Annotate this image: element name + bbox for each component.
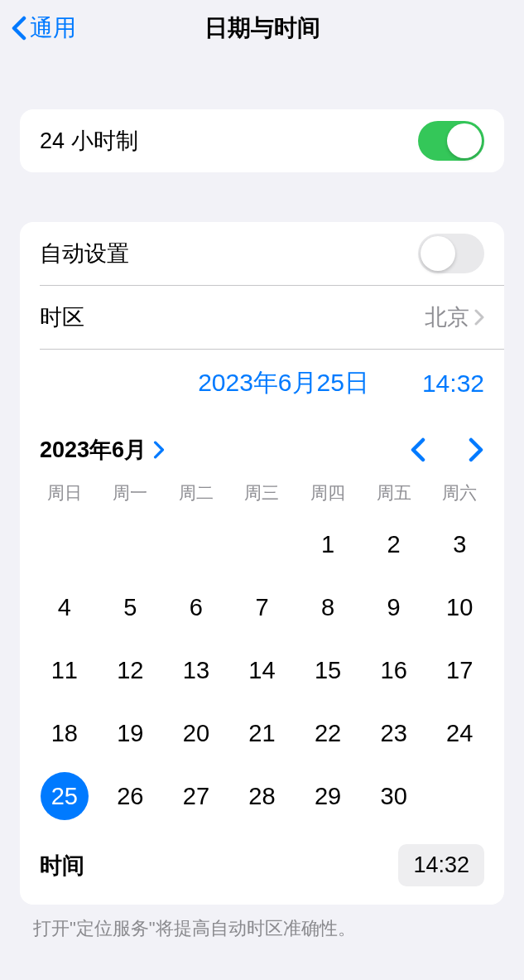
day-cell[interactable]: 3 <box>426 513 493 576</box>
day-cell[interactable]: 17 <box>426 639 493 702</box>
page-title: 日期与时间 <box>204 12 320 44</box>
autoset-toggle[interactable] <box>418 234 484 273</box>
day-cell[interactable]: 10 <box>426 576 493 639</box>
day-number: 13 <box>183 657 209 684</box>
day-cell[interactable]: 26 <box>98 765 164 828</box>
day-number: 27 <box>183 783 209 810</box>
day-number: 12 <box>117 657 143 684</box>
day-cell[interactable]: 22 <box>295 702 361 765</box>
day-cell[interactable]: 15 <box>295 639 361 702</box>
prev-month-button[interactable] <box>410 437 426 462</box>
day-cell[interactable]: 18 <box>31 702 98 765</box>
next-month-button[interactable] <box>468 437 484 462</box>
day-number: 1 <box>321 531 334 558</box>
back-button[interactable]: 通用 <box>0 12 76 44</box>
clock24-toggle[interactable] <box>418 121 484 161</box>
day-number: 25 <box>41 772 89 820</box>
day-cell[interactable]: 14 <box>229 639 296 702</box>
day-cell[interactable]: 4 <box>31 576 98 639</box>
day-number: 3 <box>453 531 466 558</box>
day-cell[interactable]: 24 <box>426 702 493 765</box>
day-number: 7 <box>255 594 268 621</box>
weekday-label: 周三 <box>229 481 296 504</box>
weekday-label: 周六 <box>426 481 493 504</box>
day-cell[interactable]: 12 <box>98 639 164 702</box>
day-cell[interactable]: 1 <box>295 513 361 576</box>
day-number: 6 <box>190 594 203 621</box>
chevron-right-icon <box>474 309 484 326</box>
day-cell[interactable]: 13 <box>163 639 229 702</box>
day-cell[interactable]: 5 <box>98 576 164 639</box>
day-cell[interactable]: 6 <box>163 576 229 639</box>
day-number: 30 <box>381 783 407 810</box>
chevron-left-icon <box>12 16 26 41</box>
day-number: 8 <box>321 594 334 621</box>
date-button[interactable]: 2023年6月25日 <box>198 366 369 400</box>
day-number: 16 <box>381 657 407 684</box>
day-cell[interactable]: 16 <box>361 639 427 702</box>
time-button[interactable]: 14:32 <box>422 369 484 398</box>
day-number: 26 <box>117 783 143 810</box>
day-cell[interactable]: 7 <box>229 576 296 639</box>
day-empty <box>163 513 229 576</box>
day-number: 18 <box>51 720 78 747</box>
day-cell[interactable]: 21 <box>229 702 296 765</box>
selected-datetime-row: 2023年6月25日 14:32 <box>20 350 504 420</box>
day-number: 29 <box>315 783 341 810</box>
month-label: 2023年6月 <box>40 435 147 465</box>
day-empty <box>31 513 98 576</box>
time-label: 时间 <box>40 851 84 881</box>
weekday-label: 周四 <box>295 481 361 504</box>
day-number: 9 <box>387 594 401 621</box>
toggle-knob <box>421 236 455 271</box>
day-cell[interactable]: 23 <box>361 702 427 765</box>
day-cell[interactable]: 11 <box>31 639 98 702</box>
day-number: 14 <box>248 657 275 684</box>
toggle-knob <box>447 123 482 158</box>
day-cell[interactable]: 25 <box>31 765 98 828</box>
day-number: 11 <box>51 657 78 684</box>
timezone-value: 北京 <box>425 302 469 332</box>
day-cell[interactable]: 9 <box>361 576 427 639</box>
day-number: 24 <box>446 720 473 747</box>
timezone-label: 时区 <box>40 302 84 332</box>
clock24-row: 24 小时制 <box>20 109 504 172</box>
day-cell[interactable]: 8 <box>295 576 361 639</box>
time-value-button[interactable]: 14:32 <box>398 844 484 886</box>
day-number: 4 <box>58 594 71 621</box>
weekday-label: 周日 <box>31 481 98 504</box>
day-number: 21 <box>248 720 275 747</box>
day-number: 23 <box>381 720 407 747</box>
day-empty <box>229 513 296 576</box>
timezone-row[interactable]: 时区 北京 <box>20 286 504 349</box>
day-number: 22 <box>315 720 341 747</box>
day-number: 5 <box>123 594 137 621</box>
day-number: 19 <box>117 720 143 747</box>
day-number: 20 <box>183 720 209 747</box>
clock24-label: 24 小时制 <box>40 126 138 156</box>
day-number: 17 <box>446 657 473 684</box>
weekday-header: 周日周一周二周三周四周五周六 <box>20 475 504 509</box>
chevron-right-icon <box>153 441 165 459</box>
day-cell[interactable]: 2 <box>361 513 427 576</box>
day-cell[interactable]: 30 <box>361 765 427 828</box>
day-cell[interactable]: 19 <box>98 702 164 765</box>
day-number: 10 <box>446 594 473 621</box>
weekday-label: 周二 <box>163 481 229 504</box>
weekday-label: 周五 <box>361 481 427 504</box>
day-grid: 1234567891011121314151617181920212223242… <box>20 509 504 834</box>
day-cell[interactable]: 20 <box>163 702 229 765</box>
day-cell[interactable]: 27 <box>163 765 229 828</box>
month-picker[interactable]: 2023年6月 <box>40 435 165 465</box>
day-number: 28 <box>248 783 275 810</box>
back-label: 通用 <box>30 12 76 44</box>
day-empty <box>98 513 164 576</box>
day-cell[interactable]: 28 <box>229 765 296 828</box>
autoset-row: 自动设置 <box>20 222 504 285</box>
day-number: 15 <box>315 657 341 684</box>
day-number: 2 <box>387 531 401 558</box>
weekday-label: 周一 <box>98 481 164 504</box>
day-cell[interactable]: 29 <box>295 765 361 828</box>
autoset-label: 自动设置 <box>40 239 129 268</box>
footer-note: 打开"定位服务"将提高自动时区准确性。 <box>33 916 491 941</box>
